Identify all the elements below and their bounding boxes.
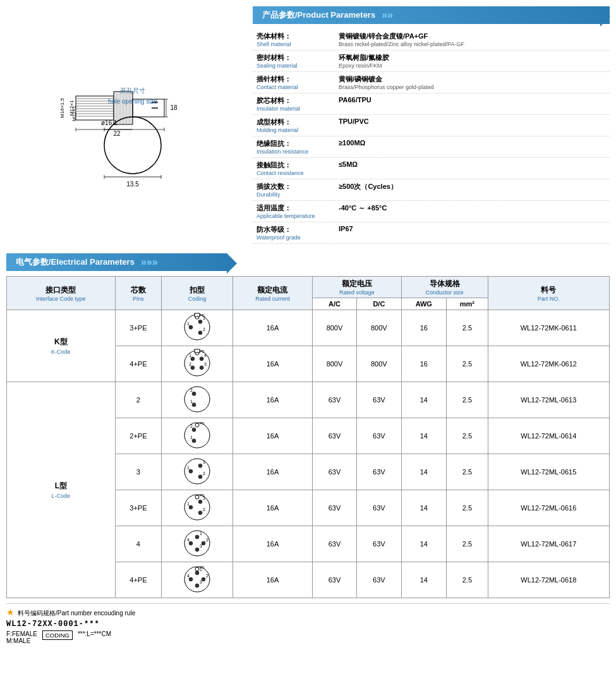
hole-svg: ø16.1 13.5 — [98, 107, 167, 190]
params-row: 胶芯材料： Insulator material PA66/TPU — [253, 93, 610, 115]
mm2-cell: 2.5 — [447, 490, 488, 526]
svg-point-76 — [198, 500, 202, 503]
mm2-cell: 2.5 — [447, 562, 488, 598]
pins-cell: 4+PE — [115, 562, 161, 598]
mm2-cell: 2.5 — [447, 382, 488, 418]
svg-text:3: 3 — [200, 544, 202, 548]
rated-current-cell: 16A — [233, 490, 313, 526]
part-no-cell: WL12-72MK-0611 — [488, 310, 609, 346]
pins-cell: 4+PE — [115, 346, 161, 382]
svg-point-80 — [184, 531, 210, 556]
param-en-label: Waterproof grade — [257, 234, 331, 241]
ac-cell: 63V — [312, 454, 356, 490]
interface-type-cell: L型L-Code — [7, 382, 116, 598]
ac-cell: 63V — [312, 526, 356, 562]
param-en-label: Insulator material — [257, 105, 331, 112]
param-value-cell: PA66/TPU — [335, 93, 610, 115]
awg-cell: 14 — [401, 382, 446, 418]
param-cn-value: ≥500次（Cycles） — [339, 182, 606, 191]
params-row: 接触阻抗： Contact resistance ≤5MΩ — [253, 158, 610, 179]
elec-chevrons: »»» — [141, 256, 158, 268]
svg-text:2: 2 — [206, 574, 208, 578]
param-cn-value: PA66/TPU — [339, 96, 606, 104]
awg-cell: 14 — [401, 526, 446, 562]
ac-cell: 63V — [312, 418, 356, 454]
ac-cell: 63V — [312, 562, 356, 598]
top-section: M16×1.5 M12×1 — [6, 6, 610, 244]
svg-point-64 — [184, 459, 210, 484]
coding-cell: 12PE — [162, 418, 233, 454]
th-ac: A/C — [312, 298, 356, 310]
params-row: 壳体材料： Shell material 黄铜镀镍/锌合金度镍/PA+GF Br… — [253, 29, 610, 51]
param-cn-label: 成型材料： — [257, 118, 331, 127]
th-conductor: 导体规格 Conductor size — [401, 277, 488, 298]
coding-box: CODING — [42, 630, 73, 640]
param-label-cell: 接触阻抗： Contact resistance — [253, 158, 335, 179]
pins-cell: 2+PE — [115, 418, 161, 454]
param-en-label: Durability — [257, 191, 331, 198]
param-en-label: Applicable temperature — [257, 213, 331, 219]
param-value-cell: IP67 — [335, 222, 610, 244]
svg-point-90 — [195, 571, 199, 575]
rated-current-cell: 16A — [233, 454, 313, 490]
hole-depth: 13.5 — [126, 181, 139, 188]
param-label-cell: 胶芯材料： Insulator material — [253, 93, 335, 115]
coding-cell: 123PE — [162, 490, 233, 526]
svg-text:4: 4 — [204, 353, 207, 358]
svg-text:2: 2 — [206, 538, 208, 542]
param-label-cell: 成型材料： Molding material — [253, 115, 335, 136]
param-cn-label: 插针材料： — [257, 75, 331, 84]
svg-point-69 — [198, 464, 202, 467]
param-cn-label: 接触阻抗： — [257, 160, 331, 170]
svg-point-62 — [195, 423, 199, 427]
param-cn-label: 适用温度： — [257, 203, 331, 213]
params-table: 壳体材料： Shell material 黄铜镀镍/锌合金度镍/PA+GF Br… — [253, 29, 610, 244]
svg-text:2: 2 — [203, 327, 205, 332]
param-en-value: Epoxy resin/FKM — [339, 63, 606, 69]
rated-current-cell: 16A — [233, 382, 313, 418]
svg-point-85 — [195, 548, 199, 551]
svg-point-52 — [184, 387, 210, 412]
coding-cell: 1234PE — [162, 346, 233, 382]
hole-drawing: 开孔尺寸 hole opening size ø16.1 13.5 — [98, 87, 167, 190]
coding-cell: 123PE — [162, 310, 233, 346]
svg-point-98 — [195, 567, 199, 571]
table-row: L型L-Code21216A63V63V142.5WL12-72ML-0613 — [7, 382, 610, 418]
footer-suffix-label: ***:L=***CM — [78, 630, 111, 637]
svg-text:1: 1 — [187, 466, 190, 470]
svg-text:1: 1 — [190, 399, 193, 404]
param-label-cell: 密封材料： Sealing material — [253, 51, 335, 72]
param-cn-value: TPU/PVC — [339, 118, 606, 125]
electrical-section: 电气参数/Electrical Parameters »»» 接口类型 Inte… — [6, 253, 610, 598]
param-label-cell: 插拔次数： Durability — [253, 179, 335, 201]
electrical-table: 接口类型 Interface Code type 芯数 Pins 扣型 Codi… — [6, 276, 610, 598]
dc-cell: 63V — [357, 526, 401, 562]
th-coding: 扣型 Coding — [162, 277, 233, 310]
svg-point-67 — [198, 475, 202, 479]
mm2-cell: 2.5 — [447, 346, 488, 382]
svg-point-45 — [200, 366, 203, 370]
param-value-cell: 黄铜镀镍/锌合金度镍/PA+GF Brass nickel-plated/Zin… — [335, 29, 610, 51]
param-label-cell: 绝缘阻抗： Insulation resistance — [253, 136, 335, 158]
params-header: 产品参数/Product Parameters »» — [253, 6, 610, 24]
svg-text:4: 4 — [187, 538, 190, 542]
part-no-cell: WL12-72ML-0616 — [488, 490, 609, 526]
param-en-label: Contact material — [257, 84, 331, 90]
pins-cell: 3+PE — [115, 490, 161, 526]
part-no-cell: WL12-72ML-0614 — [488, 418, 609, 454]
ac-cell: 800V — [312, 346, 356, 382]
dc-cell: 63V — [357, 454, 401, 490]
svg-point-81 — [195, 535, 199, 539]
svg-text:PE: PE — [200, 493, 205, 497]
param-cn-label: 壳体材料： — [257, 32, 331, 41]
rated-current-cell: 16A — [233, 310, 313, 346]
params-header-text: 产品参数/Product Parameters — [262, 9, 375, 21]
ac-cell: 63V — [312, 490, 356, 526]
params-row: 适用温度： Applicable temperature -40°C ～ +85… — [253, 201, 610, 222]
param-en-value: Brass nickel-plated/Zinc alloy nickel-pl… — [339, 41, 606, 47]
svg-text:3: 3 — [200, 580, 202, 584]
param-en-label: Insulation resistance — [257, 148, 331, 155]
footer-title: 料号编码规格/Part number encouding rule — [18, 609, 135, 618]
part-no-cell: WL12-72ML-0613 — [488, 382, 609, 418]
params-row: 防水等级： Waterproof grade IP67 — [253, 222, 610, 244]
